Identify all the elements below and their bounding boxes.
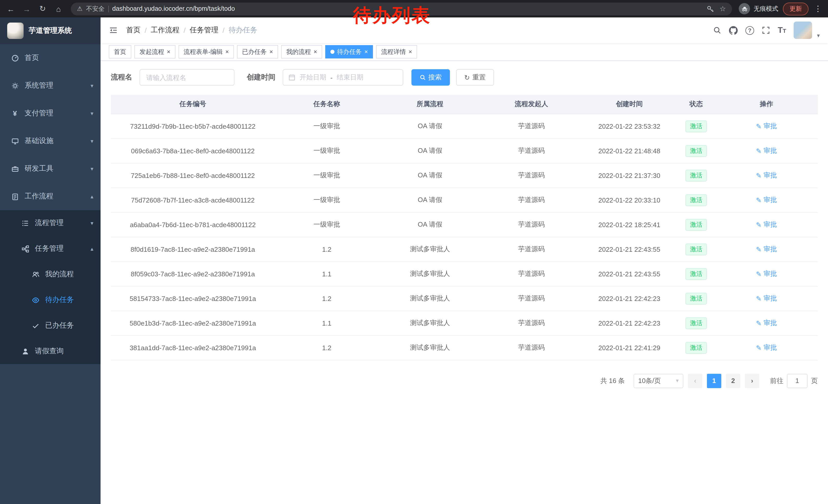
tab-close-icon[interactable]: × bbox=[314, 49, 317, 55]
approve-link[interactable]: ✎审批 bbox=[756, 171, 777, 180]
cell-action: ✎审批 bbox=[715, 138, 818, 163]
approve-link-label: 审批 bbox=[763, 171, 777, 180]
sidebar-item-infra[interactable]: 基础设施 ▾ bbox=[0, 127, 100, 155]
create-time-label: 创建时间 bbox=[247, 73, 276, 82]
approve-link[interactable]: ✎审批 bbox=[756, 269, 777, 278]
tab[interactable]: 我的流程 × bbox=[281, 45, 322, 58]
cell-process: 测试多审批人 bbox=[379, 237, 482, 262]
page-button-2[interactable]: 2 bbox=[726, 373, 740, 388]
update-button[interactable]: 更新 bbox=[783, 2, 809, 15]
tab-close-icon[interactable]: × bbox=[167, 49, 170, 55]
table-row: 75d72608-7b7f-11ec-a3c8-acde48001122 一级审… bbox=[111, 188, 818, 212]
reset-button-label: 重置 bbox=[472, 73, 486, 82]
cell-initiator: 芋道源码 bbox=[481, 311, 581, 335]
security-label[interactable]: 不安全 bbox=[86, 4, 105, 13]
sidebar-item-system[interactable]: 系统管理 ▾ bbox=[0, 72, 100, 99]
task-table: 任务编号任务名称所属流程流程发起人创建时间状态操作 73211d9d-7b9b-… bbox=[111, 95, 818, 360]
sidebar-item-devtools[interactable]: 研发工具 ▾ bbox=[0, 155, 100, 183]
sidebar-item-process-mgmt[interactable]: 流程管理 ▾ bbox=[0, 210, 100, 236]
avatar[interactable] bbox=[794, 21, 812, 39]
help-icon[interactable]: ? bbox=[745, 26, 754, 35]
sidebar-item-label: 流程管理 bbox=[35, 218, 64, 228]
tab-label: 首页 bbox=[114, 47, 126, 56]
breadcrumb-item[interactable]: 首页 bbox=[126, 26, 140, 35]
chevron-up-icon: ▴ bbox=[90, 245, 93, 252]
cell-task-name: 一级审批 bbox=[275, 212, 379, 237]
approve-link[interactable]: ✎审批 bbox=[756, 122, 777, 131]
approve-link[interactable]: ✎审批 bbox=[756, 318, 777, 328]
toolbox-icon bbox=[10, 165, 19, 173]
sidebar-item-todo-tasks[interactable]: 待办任务 bbox=[0, 287, 100, 313]
sidebar-item-task-mgmt[interactable]: 任务管理 ▴ bbox=[0, 236, 100, 262]
cell-action: ✎审批 bbox=[715, 114, 818, 138]
home-icon[interactable]: ⌂ bbox=[53, 4, 64, 13]
font-size-icon[interactable]: TT bbox=[778, 26, 786, 35]
github-icon[interactable] bbox=[729, 26, 738, 35]
end-date-placeholder[interactable]: 结束日期 bbox=[337, 73, 364, 82]
sidebar-item-my-process[interactable]: 我的流程 bbox=[0, 262, 100, 287]
sidebar-item-workflow[interactable]: 工作流程 ▴ bbox=[0, 183, 100, 210]
approve-link[interactable]: ✎审批 bbox=[756, 195, 777, 204]
cell-action: ✎审批 bbox=[715, 262, 818, 286]
key-icon[interactable] bbox=[707, 5, 714, 12]
prev-page-button[interactable]: ‹ bbox=[688, 373, 702, 388]
sidebar-item-payment[interactable]: ¥ 支付管理 ▾ bbox=[0, 99, 100, 127]
select-caret-icon: ▾ bbox=[676, 377, 679, 384]
page-size-select[interactable]: 10条/页 ▾ bbox=[633, 373, 683, 388]
column-header: 任务名称 bbox=[275, 95, 379, 114]
edit-icon: ✎ bbox=[756, 172, 761, 179]
approve-link[interactable]: ✎审批 bbox=[756, 220, 777, 229]
cell-task-name: 1.1 bbox=[275, 311, 379, 335]
cell-process: 测试多审批人 bbox=[379, 286, 482, 311]
tab-close-icon[interactable]: × bbox=[269, 49, 273, 55]
approve-link[interactable]: ✎审批 bbox=[756, 294, 777, 303]
tab[interactable]: 首页 bbox=[109, 45, 131, 58]
fullscreen-icon[interactable] bbox=[762, 26, 770, 34]
sidebar-item-home[interactable]: 首页 bbox=[0, 44, 100, 72]
tab-close-icon[interactable]: × bbox=[225, 49, 229, 55]
approve-link[interactable]: ✎审批 bbox=[756, 244, 777, 254]
next-page-button[interactable]: › bbox=[745, 373, 759, 388]
sidebar-item-label: 工作流程 bbox=[25, 192, 53, 201]
tab[interactable]: 流程表单-编辑 × bbox=[178, 45, 234, 58]
search-icon[interactable] bbox=[713, 26, 721, 34]
tab[interactable]: 待办任务 × bbox=[325, 45, 373, 58]
back-icon[interactable]: ← bbox=[5, 4, 16, 13]
start-date-placeholder[interactable]: 开始日期 bbox=[300, 73, 326, 82]
browser-menu-icon[interactable]: ⋮ bbox=[813, 4, 823, 13]
tab[interactable]: 已办任务 × bbox=[237, 45, 278, 58]
tab-close-icon[interactable]: × bbox=[364, 49, 368, 55]
edit-icon: ✎ bbox=[756, 196, 761, 204]
cell-created-time: 2022-01-21 22:42:23 bbox=[581, 311, 677, 335]
caret-down-icon[interactable]: ▾ bbox=[817, 32, 820, 39]
people-icon bbox=[31, 270, 40, 278]
sidebar-item-leave-query[interactable]: 请假查询 bbox=[0, 338, 100, 364]
sidebar-item-label: 支付管理 bbox=[25, 109, 53, 118]
cell-action: ✎审批 bbox=[715, 311, 818, 335]
sidebar-item-done-tasks[interactable]: 已办任务 bbox=[0, 313, 100, 338]
search-button[interactable]: 搜索 bbox=[411, 69, 450, 86]
page-button-1[interactable]: 1 bbox=[707, 373, 721, 388]
goto-page-input[interactable] bbox=[787, 373, 808, 388]
approve-link[interactable]: ✎审批 bbox=[756, 146, 777, 155]
sidebar-item-label: 系统管理 bbox=[25, 81, 53, 90]
breadcrumb-item[interactable]: 任务管理 bbox=[190, 26, 218, 35]
sidebar-fold-icon[interactable] bbox=[109, 26, 118, 35]
status-badge: 激活 bbox=[686, 120, 707, 132]
refresh-icon[interactable]: ↻ bbox=[37, 4, 48, 13]
process-name-input[interactable] bbox=[139, 69, 235, 86]
reset-button[interactable]: ↻ 重置 bbox=[456, 69, 494, 86]
check-icon bbox=[31, 322, 40, 329]
breadcrumb-item[interactable]: 工作流程 bbox=[151, 26, 179, 35]
bookmark-star-icon[interactable]: ☆ bbox=[719, 5, 726, 13]
cell-created-time: 2022-01-21 22:43:55 bbox=[581, 237, 677, 262]
navbar-actions: ? TT ▾ bbox=[713, 21, 820, 39]
approve-link[interactable]: ✎审批 bbox=[756, 343, 777, 352]
tab-close-icon[interactable]: × bbox=[408, 49, 412, 55]
tab[interactable]: 发起流程 × bbox=[134, 45, 175, 58]
tab[interactable]: 流程详情 × bbox=[376, 45, 417, 58]
cell-task-id: 8f0d1619-7ac8-11ec-a9e2-a2380e71991a bbox=[111, 237, 275, 262]
total-count: 共 16 条 bbox=[601, 376, 625, 385]
forward-icon[interactable]: → bbox=[21, 4, 32, 13]
date-range-picker[interactable]: 开始日期 - 结束日期 bbox=[283, 69, 403, 86]
